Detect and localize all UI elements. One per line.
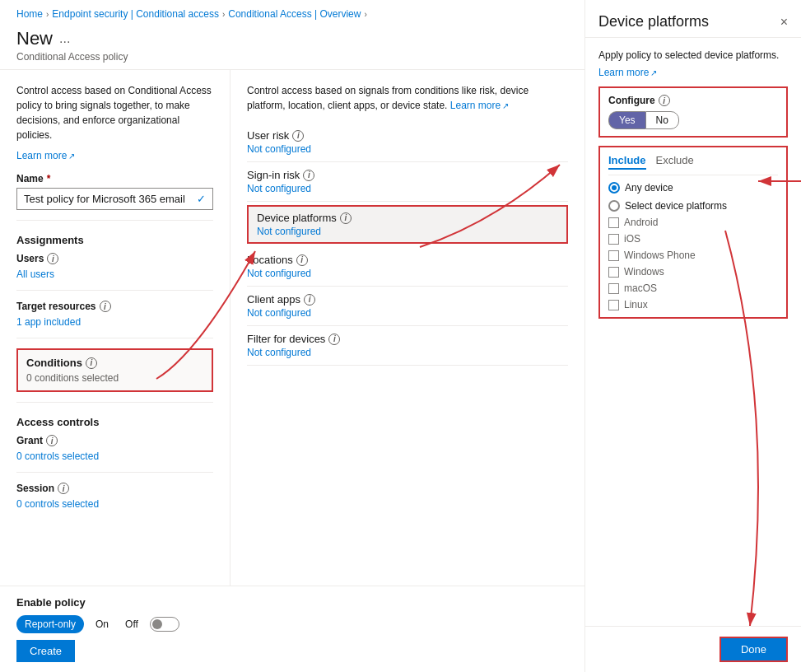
session-value[interactable]: 0 controls selected bbox=[16, 498, 99, 510]
locations-info[interactable]: i bbox=[296, 254, 308, 266]
left-description: Control access based on Conditional Acce… bbox=[16, 83, 213, 142]
page-dots: ... bbox=[59, 31, 70, 46]
filter-devices-info[interactable]: i bbox=[328, 334, 340, 345]
target-info-icon[interactable]: i bbox=[100, 301, 111, 312]
platform-linux[interactable]: Linux bbox=[608, 299, 778, 310]
page-title: New bbox=[16, 28, 53, 49]
ios-checkbox[interactable] bbox=[608, 234, 619, 245]
right-ext-icon: ↗ bbox=[502, 100, 509, 112]
required-star: * bbox=[47, 173, 51, 184]
signin-risk-info[interactable]: i bbox=[303, 170, 314, 181]
policy-toggle[interactable] bbox=[150, 617, 179, 632]
conditions-info-icon[interactable]: i bbox=[86, 357, 97, 369]
configure-info-icon[interactable]: i bbox=[659, 95, 670, 106]
panel-title: Device platforms bbox=[598, 13, 709, 30]
platform-windows-phone[interactable]: Windows Phone bbox=[608, 250, 778, 261]
breadcrumb-home[interactable]: Home bbox=[16, 8, 43, 20]
users-info-icon[interactable]: i bbox=[47, 253, 58, 264]
users-value[interactable]: All users bbox=[16, 268, 54, 280]
toggle-yes-button[interactable]: Yes bbox=[608, 111, 645, 129]
side-panel: Device platforms × Apply policy to selec… bbox=[584, 0, 801, 672]
name-label: Name bbox=[16, 173, 44, 184]
right-description: Control access based on signals from con… bbox=[247, 83, 568, 113]
panel-footer: Done bbox=[585, 626, 801, 672]
panel-ext-icon: ↗ bbox=[650, 68, 657, 77]
tab-exclude[interactable]: Exclude bbox=[656, 154, 694, 170]
macos-checkbox[interactable] bbox=[608, 283, 619, 294]
target-value[interactable]: 1 app included bbox=[16, 316, 81, 328]
radio-select-btn[interactable] bbox=[608, 200, 620, 212]
off-btn[interactable]: Off bbox=[120, 615, 143, 633]
breadcrumb-endpoint[interactable]: Endpoint security | Conditional access bbox=[52, 8, 219, 20]
report-only-btn[interactable]: Report-only bbox=[16, 615, 84, 633]
panel-learn-more[interactable]: Learn more ↗ bbox=[598, 67, 657, 78]
linux-checkbox[interactable] bbox=[608, 300, 619, 310]
breadcrumb-chevron-1: › bbox=[46, 10, 49, 19]
platform-windows[interactable]: Windows bbox=[608, 266, 778, 278]
breadcrumb: Home › Endpoint security | Conditional a… bbox=[0, 0, 584, 25]
radio-select-platforms[interactable]: Select device platforms bbox=[608, 200, 778, 212]
grant-label: Grant bbox=[16, 435, 43, 446]
page-subtitle: Conditional Access policy bbox=[16, 51, 568, 63]
toggle-group: Yes No bbox=[608, 111, 778, 129]
condition-client-apps[interactable]: Client apps i Not configured bbox=[247, 287, 568, 326]
external-link-icon: ↗ bbox=[68, 152, 75, 161]
name-input[interactable]: Test policy for Microsoft 365 email ✓ bbox=[16, 188, 213, 210]
breadcrumb-chevron-2: › bbox=[222, 10, 225, 19]
condition-locations[interactable]: Locations i Not configured bbox=[247, 247, 568, 287]
panel-header: Device platforms × bbox=[585, 0, 801, 38]
target-label: Target resources bbox=[16, 301, 96, 312]
session-info-icon[interactable]: i bbox=[58, 483, 69, 494]
tab-include[interactable]: Include bbox=[608, 154, 646, 170]
condition-signin-risk[interactable]: Sign-in risk i Not configured bbox=[247, 162, 568, 202]
access-controls-header: Access controls bbox=[16, 416, 213, 428]
platform-android[interactable]: Android bbox=[608, 217, 778, 228]
configure-label-text: Configure bbox=[608, 95, 655, 106]
toggle-no-button[interactable]: No bbox=[645, 111, 679, 129]
panel-description: Apply policy to selected device platform… bbox=[598, 48, 788, 63]
platform-ios[interactable]: iOS bbox=[608, 233, 778, 245]
done-button[interactable]: Done bbox=[720, 637, 788, 662]
condition-device-platforms[interactable]: Device platforms i Not configured bbox=[247, 205, 568, 244]
windows-checkbox[interactable] bbox=[608, 267, 619, 278]
device-platforms-info[interactable]: i bbox=[340, 212, 352, 224]
bottom-bar: Enable policy Report-only On Off Create bbox=[0, 586, 584, 672]
check-icon: ✓ bbox=[197, 193, 206, 205]
grant-value[interactable]: 0 controls selected bbox=[16, 450, 99, 462]
windows-phone-checkbox[interactable] bbox=[608, 250, 619, 261]
create-button[interactable]: Create bbox=[16, 640, 75, 662]
session-label: Session bbox=[16, 483, 54, 494]
right-learn-more[interactable]: Learn more ↗ bbox=[450, 98, 509, 113]
condition-user-risk[interactable]: User risk i Not configured bbox=[247, 123, 568, 162]
radio-group: Any device Select device platforms bbox=[608, 182, 778, 212]
radio-any-device-btn[interactable] bbox=[608, 182, 620, 194]
assignments-header: Assignments bbox=[16, 234, 213, 246]
client-apps-info[interactable]: i bbox=[304, 294, 315, 306]
conditions-box: Conditions i 0 conditions selected bbox=[16, 348, 213, 392]
close-panel-button[interactable]: × bbox=[780, 15, 788, 30]
grant-info-icon[interactable]: i bbox=[46, 435, 58, 446]
page-header: New ... Conditional Access policy bbox=[0, 25, 584, 70]
on-btn[interactable]: On bbox=[91, 615, 114, 633]
tabs-row: Include Exclude bbox=[608, 154, 778, 175]
platform-macos[interactable]: macOS bbox=[608, 282, 778, 294]
breadcrumb-chevron-3: › bbox=[364, 10, 366, 19]
condition-filter-devices[interactable]: Filter for devices i Not configured bbox=[247, 326, 568, 366]
conditions-value: 0 conditions selected bbox=[26, 372, 203, 384]
breadcrumb-overview[interactable]: Conditional Access | Overview bbox=[228, 8, 361, 20]
configure-section: Configure i Yes No bbox=[598, 86, 788, 138]
tabs-section: Include Exclude Any device Select device… bbox=[598, 146, 788, 319]
left-learn-more[interactable]: Learn more ↗ bbox=[16, 150, 75, 161]
conditions-label: Conditions bbox=[26, 357, 82, 369]
enable-policy-label: Enable policy bbox=[16, 596, 568, 609]
user-risk-info[interactable]: i bbox=[292, 130, 304, 142]
users-label: Users bbox=[16, 253, 44, 264]
android-checkbox[interactable] bbox=[608, 217, 619, 228]
platforms-list: Android iOS Windows Phone Windows macOS bbox=[608, 217, 778, 310]
radio-any-device[interactable]: Any device bbox=[608, 182, 778, 194]
